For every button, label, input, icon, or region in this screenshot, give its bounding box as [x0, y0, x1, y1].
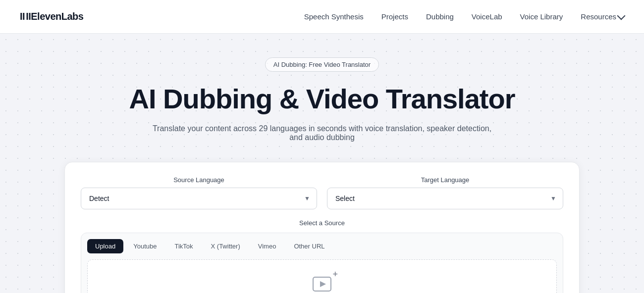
navbar: IIIIElevenLabs Speech Synthesis Projects… — [0, 0, 644, 34]
source-language-select-wrapper: Detect ▼ — [81, 188, 317, 209]
source-tabs-container: Upload Youtube TikTok X (Twitter) Vimeo … — [81, 233, 563, 293]
nav-link-projects[interactable]: Projects — [381, 12, 408, 21]
tab-youtube[interactable]: Youtube — [125, 239, 164, 253]
nav-link-voice-library[interactable]: Voice Library — [520, 12, 563, 21]
nav-link-resources[interactable]: Resources — [581, 12, 624, 21]
target-language-label: Target Language — [327, 176, 563, 184]
nav-item-resources[interactable]: Resources — [581, 12, 624, 21]
upload-plus-icon: + — [332, 269, 338, 280]
dubbing-card: Source Language Detect ▼ Target Language… — [64, 162, 580, 293]
target-language-select[interactable]: Select — [327, 188, 563, 209]
tab-other-url[interactable]: Other URL — [286, 239, 332, 253]
logo-text: IIElevenLabs — [26, 11, 83, 22]
source-language-label: Source Language — [81, 176, 317, 184]
source-language-group: Source Language Detect ▼ — [81, 176, 317, 209]
dropdowns-row: Source Language Detect ▼ Target Language… — [81, 176, 563, 209]
nav-item-dubbing[interactable]: Dubbing — [426, 12, 454, 21]
hero-section: AI Dubbing: Free Video Translator AI Dub… — [0, 34, 644, 293]
hero-title: AI Dubbing & Video Translator — [20, 84, 624, 114]
nav-link-voicelab[interactable]: VoiceLab — [472, 12, 502, 21]
nav-item-voice-library[interactable]: Voice Library — [520, 12, 563, 21]
nav-item-projects[interactable]: Projects — [381, 12, 408, 21]
tabs-row: Upload Youtube TikTok X (Twitter) Vimeo … — [87, 239, 557, 253]
source-language-select[interactable]: Detect — [81, 188, 317, 209]
chevron-down-icon — [617, 11, 626, 20]
tab-vimeo[interactable]: Vimeo — [250, 239, 284, 253]
logo[interactable]: IIIIElevenLabs — [20, 11, 83, 22]
hero-badge: AI Dubbing: Free Video Translator — [265, 57, 379, 72]
nav-links: Speech Synthesis Projects Dubbing VoiceL… — [304, 12, 624, 21]
svg-marker-1 — [320, 281, 326, 287]
tab-upload[interactable]: Upload — [87, 239, 123, 253]
upload-video-icon — [310, 272, 334, 293]
nav-link-speech-synthesis[interactable]: Speech Synthesis — [304, 12, 364, 21]
nav-link-dubbing[interactable]: Dubbing — [426, 12, 454, 21]
select-source-label: Select a Source — [81, 219, 563, 227]
upload-area[interactable]: + — [87, 259, 557, 293]
target-language-select-wrapper: Select ▼ — [327, 188, 563, 209]
nav-item-voicelab[interactable]: VoiceLab — [472, 12, 502, 21]
upload-icon-wrapper: + — [310, 272, 334, 293]
hero-subtitle: Translate your content across 29 languag… — [149, 124, 495, 142]
tab-tiktok[interactable]: TikTok — [166, 239, 201, 253]
logo-icon: II — [20, 11, 25, 22]
nav-item-speech-synthesis[interactable]: Speech Synthesis — [304, 12, 364, 21]
tab-x-twitter[interactable]: X (Twitter) — [203, 239, 248, 253]
target-language-group: Target Language Select ▼ — [327, 176, 563, 209]
